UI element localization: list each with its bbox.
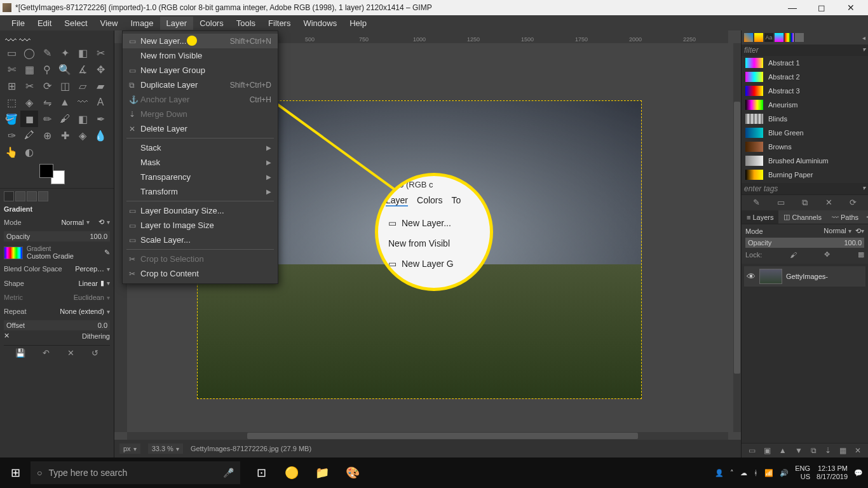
visibility-toggle-icon[interactable]: 👁 [747,271,756,281]
menu-item-layer-boundary-size-[interactable]: ▭Layer Boundary Size... [123,203,278,218]
tool-mypaint[interactable]: 🖍 [20,127,38,144]
brushes-tab-icon[interactable] [744,33,753,42]
color-swatches[interactable] [39,164,65,184]
chrome-icon[interactable]: 🟡 [277,458,306,488]
tool-perspective-clone[interactable]: ◈ [74,127,92,144]
menu-tools[interactable]: Tools [230,17,262,30]
tool-fuzzy-select[interactable]: ✦ [56,44,74,61]
onedrive-icon[interactable]: ☁ [740,469,747,477]
channels-tab[interactable]: ◫Channels [778,210,826,224]
menu-item-transparency[interactable]: Transparency▶ [123,170,278,184]
tool-clone[interactable]: ⊕ [38,127,56,144]
gradients-tab-icon[interactable] [775,33,783,42]
tool-warp[interactable]: 〰 [74,94,92,111]
device-status-tab[interactable] [15,191,25,201]
fonts-tab-icon[interactable]: Aa [764,33,773,42]
fg-color-swatch[interactable] [39,164,53,178]
volume-icon[interactable]: 🔊 [780,469,789,477]
menu-select[interactable]: Select [58,17,93,30]
mask-layer-icon[interactable]: ▦ [839,446,846,455]
repeat-value[interactable]: None (extend) [60,308,104,315]
lower-layer-icon[interactable]: ▼ [795,446,803,455]
tool-cage[interactable]: ▲ [56,94,74,111]
new-group-icon[interactable]: ▣ [764,446,771,455]
menu-layer[interactable]: Layer [160,17,194,30]
tool-ellipse-select[interactable]: ◯ [20,44,38,61]
tool-blur[interactable]: 💧 [92,127,109,144]
tool-ink[interactable]: ✑ [3,127,20,144]
menu-colors[interactable]: Colors [193,17,230,30]
tool-by-color[interactable]: ◧ [74,44,92,61]
mic-icon[interactable]: 🎤 [223,468,234,478]
delete-preset-icon[interactable]: ✕ [67,348,74,358]
tool-bucket[interactable]: 🪣 [3,111,20,127]
filter-input[interactable]: filter [744,46,759,55]
layer-list[interactable]: 👁 GettyImages- [742,264,868,443]
tags-input[interactable]: enter tags [744,184,778,193]
tool-smudge[interactable]: 👆 [3,144,20,160]
menu-help[interactable]: Help [343,17,373,30]
menu-item-delete-layer[interactable]: ✕Delete Layer [123,121,278,136]
horizontal-scrollbar[interactable] [127,432,728,440]
unit-selector[interactable]: px▾ [119,444,140,454]
tool-pencil[interactable]: ✏ [38,111,56,127]
delete-layer-icon[interactable]: ✕ [855,446,861,455]
layers-tab[interactable]: ≡Layers [742,210,778,224]
raise-layer-icon[interactable]: ▲ [779,446,787,455]
menu-item-crop-to-content[interactable]: ✂Crop to Content [123,266,278,281]
lock-alpha-icon[interactable]: ▩ [858,250,864,259]
menu-item-transform[interactable]: Transform▶ [123,184,278,199]
start-button[interactable]: ⊞ [0,458,31,488]
tool-measure[interactable]: ∡ [74,61,92,78]
tool-rotate[interactable]: ⟳ [38,78,56,94]
menu-item-scale-layer-[interactable]: ▭Scale Layer... [123,233,278,247]
people-icon[interactable]: 👤 [715,469,724,477]
paths-tab[interactable]: 〰Paths [827,210,864,224]
lock-pixels-icon[interactable]: 🖌 [790,251,797,259]
shape-value[interactable]: Linear [78,280,98,287]
file-explorer-icon[interactable]: 📁 [308,458,337,488]
tool-flip[interactable]: ⇋ [38,94,56,111]
tool-scale[interactable]: ◫ [56,78,74,94]
new-layer-icon[interactable]: ▭ [749,446,756,455]
gradient-item[interactable]: Aneurism [742,98,868,112]
gradient-item[interactable]: Blinds [742,112,868,126]
menu-item-duplicate-layer[interactable]: ⧉Duplicate LayerShift+Ctrl+D [123,78,278,92]
gradient-item[interactable]: Abstract 2 [742,70,868,84]
menu-item-new-layer-[interactable]: ▭New Layer...Shift+Ctrl+N [123,34,278,48]
wifi-icon[interactable]: 📶 [764,469,773,477]
gradient-list[interactable]: Abstract 1Abstract 2Abstract 3AneurismBl… [742,56,868,183]
tool-paths[interactable]: ▦ [20,61,38,78]
menu-item-mask[interactable]: Mask▶ [123,155,278,170]
patterns-tab-icon[interactable] [754,33,763,42]
taskbar-search[interactable]: ○ Type here to search 🎤 [31,461,240,484]
menu-item-new-layer-group[interactable]: ▭New Layer Group [123,63,278,78]
close-button[interactable]: ✕ [836,0,865,15]
filter-chevron-icon[interactable]: ▾ [862,46,865,55]
tool-move[interactable]: ✥ [92,61,109,78]
task-view-icon[interactable]: ⊡ [247,458,276,488]
layers-dock-menu-icon[interactable]: ◂ [864,210,868,224]
gradient-item[interactable]: Abstract 3 [742,84,868,98]
vertical-scrollbar[interactable] [733,43,741,432]
tool-perspective[interactable]: ▰ [92,78,109,94]
layer-opacity-slider[interactable]: Opacity100.0 [745,238,864,248]
gradient-preview[interactable] [4,247,23,259]
restore-preset-icon[interactable]: ↶ [43,348,50,358]
tool-color-picker[interactable]: ⚲ [38,61,56,78]
save-preset-icon[interactable]: 💾 [15,348,25,358]
menu-image[interactable]: Image [124,17,159,30]
tool-handle[interactable]: ◈ [20,94,38,111]
delete-gradient-icon[interactable]: ✕ [825,198,832,208]
layer-mode-switch-icon[interactable]: ⟲ [855,227,861,234]
tool-shear[interactable]: ▱ [74,78,92,94]
tray-language[interactable]: ENGUS [795,464,810,481]
edit-gradient-icon[interactable]: ✎ [104,248,110,257]
tool-dodge[interactable]: ◐ [20,144,38,160]
zoom-selector[interactable]: 33.3 %▾ [148,444,183,454]
offset-slider[interactable]: Offset 0.0 [4,320,110,330]
tray-clock[interactable]: 12:13 PM8/17/2019 [817,464,848,481]
blend-value[interactable]: Percep… [75,265,104,273]
reset-preset-icon[interactable]: ↺ [92,348,98,358]
tool-eraser[interactable]: ◧ [74,111,92,127]
